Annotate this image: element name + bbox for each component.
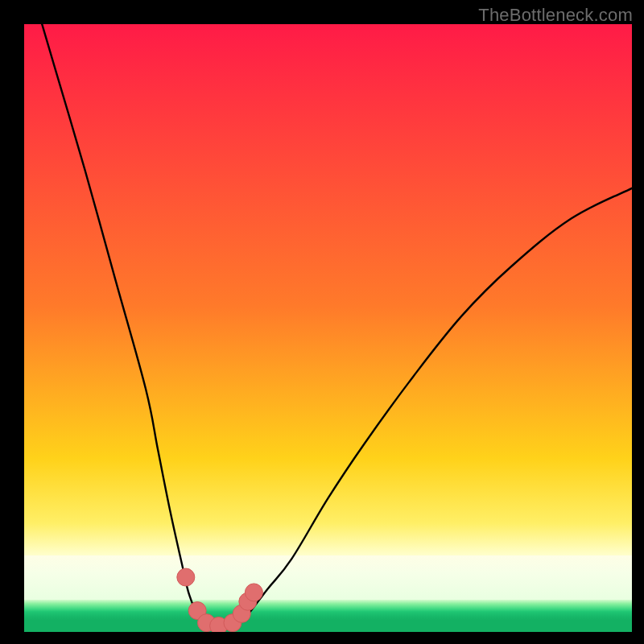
curve-marker bbox=[177, 568, 195, 586]
plot-area bbox=[24, 24, 632, 632]
watermark-text: TheBottleneck.com bbox=[478, 5, 633, 26]
marker-group bbox=[177, 568, 263, 632]
curve-marker bbox=[245, 584, 262, 601]
bottleneck-curve bbox=[24, 24, 632, 630]
chart-frame: TheBottleneck.com bbox=[0, 0, 644, 644]
chart-svg bbox=[24, 24, 632, 632]
